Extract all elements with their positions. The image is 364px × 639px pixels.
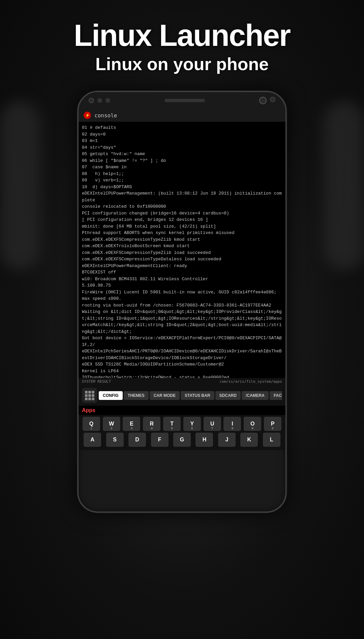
- key-o[interactable]: O9: [244, 417, 261, 431]
- grid-dot: [85, 394, 88, 397]
- key-e[interactable]: E3: [123, 417, 140, 431]
- key-d[interactable]: D: [128, 433, 146, 447]
- grid-dot: [88, 398, 91, 400]
- key-a[interactable]: A: [84, 433, 101, 447]
- terminal-line: 04 str="days": [82, 144, 282, 151]
- nav-tabs: CONFIGTHEMESCAR MODESTATUS BARSDCARD/CAM…: [99, 391, 282, 400]
- camera-lens-small: [270, 97, 275, 102]
- key-k[interactable]: K: [240, 433, 258, 447]
- key-p[interactable]: P0: [264, 417, 281, 431]
- console-icon: [84, 112, 91, 119]
- terminal-line: 02 days=0: [82, 131, 282, 138]
- grid-dot: [85, 391, 88, 394]
- terminal-line: com.eDEX.eDEXTrololoBootScreen kmod star…: [82, 243, 282, 250]
- grid-icon[interactable]: [82, 388, 97, 403]
- console-titlebar: console: [79, 109, 285, 122]
- terminal-line: 06 while [ "$name" != "?" ] ; do: [82, 157, 282, 164]
- terminal-line: 08 h) help=1;;: [82, 171, 282, 177]
- terminal-line: IOThunderboltSwitch::i2cWriteDWord - sta…: [82, 374, 282, 378]
- key-j[interactable]: J: [218, 433, 236, 447]
- key-num-2: 2: [111, 427, 112, 430]
- key-num-0: 0: [272, 427, 274, 430]
- status-bar-bottom: SYSTEM RESULT com/ss/aris/file_system/ap…: [79, 378, 285, 385]
- nav-tab-facebook[interactable]: FACEBOOK: [270, 391, 282, 400]
- terminal-line: 03 m=1: [82, 138, 282, 144]
- terminal-line: Got boot device = IOService:/eDEXACPIPla…: [82, 335, 282, 348]
- grid-dot: [92, 398, 94, 400]
- key-l[interactable]: L: [263, 433, 280, 447]
- key-num-3: 3: [131, 427, 132, 430]
- nav-tab-themes[interactable]: THEMES: [124, 391, 149, 400]
- terminal-line: BTCOEXIST off: [82, 269, 282, 276]
- apps-label: Apps: [79, 406, 285, 415]
- nav-tab-/camera[interactable]: /CAMERA: [242, 391, 269, 400]
- key-f[interactable]: F: [151, 433, 169, 447]
- key-t[interactable]: T5: [163, 417, 181, 431]
- key-num-8: 8: [232, 427, 233, 430]
- terminal-line: com.eDEX.eDEXFSCompressionTypeZlib kmod …: [82, 236, 282, 243]
- terminal-line: PCI configuration changed (bridge=16 dev…: [82, 210, 282, 217]
- phone-top-bar: [79, 92, 285, 109]
- grid-dot: [85, 398, 88, 400]
- grid-dot: [88, 391, 91, 394]
- key-i[interactable]: I8: [223, 417, 241, 431]
- key-q[interactable]: Q1: [83, 417, 100, 431]
- terminal-line: Waiting on &lt;dict ID=&quot;0&quot;&gt;…: [82, 309, 282, 335]
- terminal-line: Pthread support ABORTS when sync kernel …: [82, 230, 282, 236]
- key-w[interactable]: W2: [103, 417, 120, 431]
- terminal-line: 01 # defaults: [82, 124, 282, 131]
- status-text-right: com/ss/aris/file_system/apps: [220, 379, 282, 384]
- terminal-line: com.eDEX.eDEXFSCompressionTypeZlib load …: [82, 250, 282, 256]
- console-title: console: [94, 112, 117, 119]
- nav-tab-sdcard[interactable]: SDCARD: [215, 391, 241, 400]
- camera-dot-1: [89, 98, 94, 103]
- grid-dot: [92, 391, 94, 394]
- terminal-line: eDEXIntelCPUPowerManagement: (built 13:0…: [82, 190, 282, 203]
- header-section: Linux Launcher Linux on your phone: [0, 0, 364, 84]
- nav-tab-status-bar[interactable]: STATUS BAR: [181, 391, 214, 400]
- key-g[interactable]: G: [173, 433, 191, 447]
- terminal-line: 5.100.98.75: [82, 282, 282, 289]
- camera-dot-3: [105, 98, 110, 103]
- keyboard-row-0: Q1W2E3R4T5Y6U7I8O9P0: [81, 417, 283, 431]
- camera-lens-main: [259, 97, 267, 104]
- grid-dot: [92, 394, 94, 397]
- terminal-line: eDEXIntelPchSeriesAHCI/PRT0@0/IOAHCIDevi…: [82, 348, 282, 361]
- nav-tab-config[interactable]: CONFIG: [99, 391, 123, 400]
- terminal-line: 10 d) days=$OPTARG: [82, 184, 282, 191]
- keyboard-row-1: ASDFGHJKL: [81, 433, 283, 447]
- key-s[interactable]: S: [106, 433, 124, 447]
- speaker: [164, 99, 205, 102]
- key-r[interactable]: R4: [143, 417, 160, 431]
- camera-right: [259, 97, 275, 104]
- bottom-nav: CONFIGTHEMESCAR MODESTATUS BARSDCARD/CAM…: [79, 385, 285, 406]
- grid-icon-inner: [85, 391, 94, 400]
- terminal-line: rooting via boot-uuid from /chosen: F567…: [82, 302, 282, 309]
- status-text-left: SYSTEM RESULT: [82, 379, 111, 384]
- nav-tab-car-mode[interactable]: CAR MODE: [150, 391, 180, 400]
- phone-screen: console 01 # defaults02 days=003 m=104 s…: [79, 109, 285, 450]
- key-num-7: 7: [211, 427, 213, 430]
- key-y[interactable]: Y6: [183, 417, 201, 431]
- terminal-line: FireWire (OHCI) Lucent ID 5901 built-in …: [82, 289, 282, 302]
- terminal-line: console relocated to 0xf10000000: [82, 203, 282, 210]
- key-num-6: 6: [191, 427, 193, 430]
- terminal-line: mbinit: done [64 MB total pool size, (42…: [82, 223, 282, 230]
- terminal-content[interactable]: 01 # defaults02 days=003 m=104 str="days…: [79, 122, 285, 378]
- terminal-line: com.eDEX.eDEXFSCompressionTypeDataless l…: [82, 256, 282, 263]
- terminal-line: 09 v) verb=1;;: [82, 177, 282, 184]
- app-title: Linux Launcher: [13, 20, 351, 51]
- keyboard-area: Q1W2E3R4T5Y6U7I8O9P0ASDFGHJKL: [79, 415, 285, 450]
- phone-side-button-right[interactable]: [285, 159, 286, 186]
- camera-dots-left: [89, 98, 110, 103]
- terminal-line: 07 case $name in: [82, 164, 282, 171]
- key-h[interactable]: H: [195, 433, 213, 447]
- terminal-line: Kernel is LP64: [82, 368, 282, 375]
- key-num-1: 1: [90, 427, 92, 430]
- camera-dot-2: [97, 98, 102, 103]
- key-num-5: 5: [171, 427, 173, 430]
- key-u[interactable]: U7: [204, 417, 221, 431]
- phone-container: console 01 # defaults02 days=003 m=104 s…: [0, 91, 364, 513]
- terminal-line: wl0: Broadcom BCM4331 802.11 Wireless Co…: [82, 276, 282, 283]
- terminal-line: eDEXIntelCPUPowerManagementClient: ready: [82, 263, 282, 269]
